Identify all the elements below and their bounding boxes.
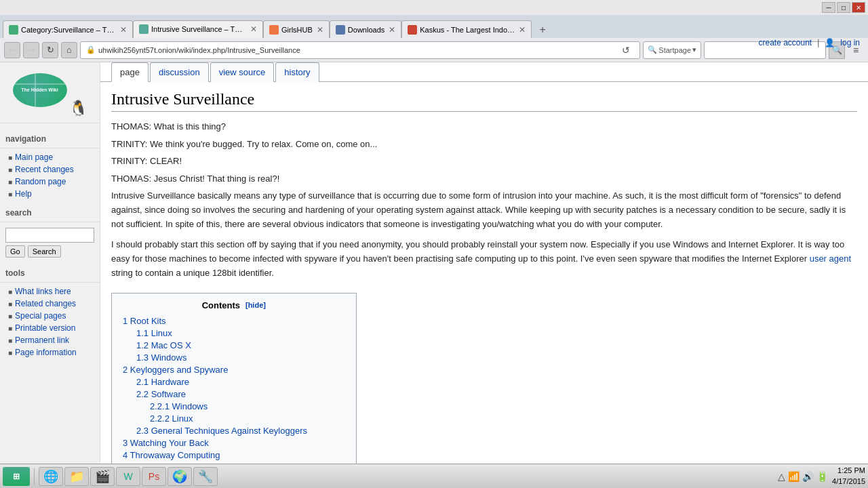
nav-bar: ← → ↻ ⌂ 🔒 uhwikih256ynt57t.onion/wiki/in… <box>0 38 868 62</box>
contents-link[interactable]: 1.2 Mac OS X <box>136 340 191 350</box>
quote-2: TRINITY: We think you're bugged. Try to … <box>111 138 857 151</box>
contents-link[interactable]: 2.2.2 Linux <box>150 413 193 424</box>
sidebar-item-random-page[interactable]: ■ Random page <box>0 176 100 188</box>
contents-item: 4 Throwaway Computing <box>123 450 345 460</box>
tools-title: tools <box>0 266 100 279</box>
tab-favicon <box>9 25 18 35</box>
search-title: search <box>0 205 100 219</box>
taskbar-app4[interactable]: W <box>116 467 140 486</box>
contents-link[interactable]: 3 Watching Your Back <box>123 438 209 448</box>
tab-close-button[interactable]: ✕ <box>250 24 257 34</box>
log-in-link[interactable]: log in <box>840 38 860 47</box>
tab-bar: Category:Surveillance – Th...✕Intrusive … <box>0 15 868 38</box>
back-button[interactable]: ← <box>4 42 20 58</box>
wiki-tab-history[interactable]: history <box>275 62 319 82</box>
printable-version-label: Printable version <box>15 323 75 333</box>
sidebar-item-special-pages[interactable]: ■ Special pages <box>0 310 100 322</box>
account-bar: create account | 👤 log in <box>758 38 860 47</box>
tab-label: Category:Surveillance – Th... <box>21 26 116 34</box>
tray-battery-icon: 🔋 <box>816 471 828 482</box>
tab-close-button[interactable]: ✕ <box>519 25 526 35</box>
refresh-icon[interactable]: ↺ <box>618 42 634 58</box>
search-input[interactable] <box>5 228 94 243</box>
time-display: 1:25 PM <box>832 466 865 476</box>
wiki-tab-page[interactable]: page <box>111 62 149 82</box>
browser-tab-tab2[interactable]: Intrusive Surveillance – The...✕ <box>133 20 263 38</box>
bullet-icon: ■ <box>8 312 12 320</box>
go-button[interactable]: Go <box>5 245 25 258</box>
browser-tab-tab3[interactable]: GirlsHUB✕ <box>263 20 330 38</box>
taskbar-app7[interactable]: 🔧 <box>193 467 218 486</box>
minimize-button[interactable]: ─ <box>822 2 835 13</box>
tab-label: Kaskus - The Largest Indon... <box>420 26 515 34</box>
browser-tab-tab4[interactable]: Downloads✕ <box>330 20 401 38</box>
tools-divider <box>0 282 100 283</box>
chevron-down-icon: ▾ <box>692 45 696 54</box>
contents-link[interactable]: 4 Throwaway Computing <box>123 450 220 460</box>
user-agent-link[interactable]: user agent <box>810 253 851 264</box>
maximize-button[interactable]: □ <box>837 2 850 13</box>
contents-link[interactable]: 1.3 Windows <box>136 352 186 363</box>
taskbar-ie[interactable]: 🌐 <box>39 467 63 486</box>
url-bar[interactable]: 🔒 uhwikih256ynt57t.onion/wiki/index.php/… <box>80 41 640 59</box>
close-button[interactable]: ✕ <box>852 2 865 13</box>
tab-close-button[interactable]: ✕ <box>389 25 395 35</box>
tab-favicon <box>408 25 417 35</box>
search-divider <box>0 222 100 222</box>
contents-link[interactable]: 2.2 Software <box>136 389 186 399</box>
bullet-icon: ■ <box>8 349 12 357</box>
permanent-link-label: Permanent link <box>15 336 69 345</box>
create-account-link[interactable]: create account <box>758 38 812 47</box>
tab-close-button[interactable]: ✕ <box>317 25 323 35</box>
sidebar-item-printable-version[interactable]: ■ Printable version <box>0 322 100 334</box>
home-button[interactable]: ⌂ <box>61 42 77 58</box>
start-button[interactable]: ⊞ <box>3 467 30 486</box>
page-information-label: Page information <box>15 348 77 357</box>
content-header: pagediscussionview sourcehistory <box>100 62 868 82</box>
contents-link[interactable]: 1.1 Linux <box>136 328 172 338</box>
sidebar-item-help[interactable]: ■ Help <box>0 188 100 200</box>
browser-tab-tab1[interactable]: Category:Surveillance – Th...✕ <box>3 20 133 38</box>
contents-link[interactable]: 1 Root Kits <box>123 316 166 326</box>
quote-4: THOMAS: Jesus Christ! That thing is real… <box>111 172 857 186</box>
sidebar-item-recent-changes[interactable]: ■ Recent changes <box>0 163 100 176</box>
sidebar-item-related-changes[interactable]: ■ Related changes <box>0 298 100 310</box>
contents-header: Contents [hide] <box>123 300 345 310</box>
contents-link[interactable]: 2.1 Hardware <box>136 377 189 387</box>
contents-link[interactable]: 2.3 General Techniques Against Keylogger… <box>136 426 307 436</box>
sidebar-item-main-page[interactable]: ■ Main page <box>0 151 100 163</box>
browser-tab-tab5[interactable]: Kaskus - The Largest Indon...✕ <box>401 20 532 38</box>
wiki-tab-view-source[interactable]: view source <box>210 62 275 82</box>
help-label: Help <box>15 189 32 199</box>
article-body: Intrusive Surveillance THOMAS: What is t… <box>100 82 868 487</box>
taskbar-explorer[interactable]: 📁 <box>64 467 89 486</box>
logo-globe: The Hidden Wiki <box>13 73 67 107</box>
forward-button[interactable]: → <box>23 42 39 58</box>
contents-link[interactable]: 2 Keyloggers and Spyware <box>123 365 228 375</box>
new-tab-button[interactable]: + <box>534 22 551 38</box>
bullet-icon: ■ <box>8 166 12 174</box>
main-content: pagediscussionview sourcehistory Intrusi… <box>100 62 868 487</box>
taskbar-app6[interactable]: 🌍 <box>167 467 192 486</box>
contents-item: 2.2 Software <box>123 389 345 399</box>
reload-button[interactable]: ↻ <box>42 42 58 58</box>
taskbar-app5[interactable]: Ps <box>142 467 166 486</box>
search-engine-selector[interactable]: 🔍 Startpage ▾ <box>643 41 701 59</box>
sidebar-item-what-links-here[interactable]: ■ What links here <box>0 285 100 298</box>
contents-item: 1.1 Linux <box>123 328 345 338</box>
contents-item: 2.1 Hardware <box>123 377 345 387</box>
bullet-icon: ■ <box>8 337 12 344</box>
sidebar-item-permanent-link[interactable]: ■ Permanent link <box>0 334 100 346</box>
contents-link[interactable]: 2.2.1 Windows <box>150 401 208 411</box>
contents-hide-toggle[interactable]: [hide] <box>245 301 266 309</box>
contents-item: 1.2 Mac OS X <box>123 340 345 350</box>
taskbar-app3[interactable]: 🎬 <box>90 467 115 486</box>
wiki-tab-discussion[interactable]: discussion <box>150 62 209 82</box>
lock-icon: 🔒 <box>86 45 96 54</box>
sidebar-navigation: navigation ■ Main page ■ Recent changes … <box>0 129 100 203</box>
search-button[interactable]: Search <box>28 245 61 258</box>
sidebar-item-page-information[interactable]: ■ Page information <box>0 346 100 359</box>
bullet-icon: ■ <box>8 190 12 198</box>
tab-label: Intrusive Surveillance – The... <box>151 25 246 33</box>
tab-close-button[interactable]: ✕ <box>120 25 127 35</box>
